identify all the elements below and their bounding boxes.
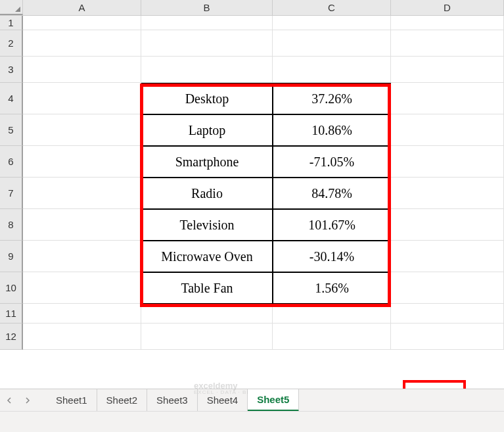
cell-D11[interactable] xyxy=(391,304,504,324)
col-header-B[interactable]: B xyxy=(141,0,273,15)
cell-B9[interactable]: Microwave Oven xyxy=(141,241,273,272)
tab-nav-next-icon[interactable] xyxy=(18,389,37,412)
row-header-10[interactable]: 10 xyxy=(0,272,23,304)
cell-D10[interactable] xyxy=(391,272,504,304)
sheet-tab-4[interactable]: Sheet4 xyxy=(198,389,248,412)
cell-D4[interactable] xyxy=(391,83,504,114)
cell-C12[interactable] xyxy=(273,324,391,350)
cell-D12[interactable] xyxy=(391,324,504,350)
cell-C5[interactable]: 10.86% xyxy=(273,114,391,146)
select-all-corner[interactable] xyxy=(0,0,23,15)
cell-A5[interactable] xyxy=(23,114,141,146)
cell-C4[interactable]: 37.26% xyxy=(273,83,391,114)
cell-B12[interactable] xyxy=(141,324,273,350)
cell-C1[interactable] xyxy=(273,16,391,30)
col-header-D[interactable]: D xyxy=(391,0,504,15)
status-bar xyxy=(0,411,504,432)
cell-D3[interactable] xyxy=(391,57,504,83)
cell-A7[interactable] xyxy=(23,178,141,209)
cell-B2[interactable] xyxy=(141,30,273,57)
cell-D9[interactable] xyxy=(391,241,504,272)
cell-A1[interactable] xyxy=(23,16,141,30)
sheet-tab-1[interactable]: Sheet1 xyxy=(47,389,97,412)
cell-D8[interactable] xyxy=(391,209,504,241)
cell-B7[interactable]: Radio xyxy=(141,178,273,209)
row-header-8[interactable]: 8 xyxy=(0,209,23,241)
cell-B6[interactable]: Smartphone xyxy=(141,146,273,178)
cell-A9[interactable] xyxy=(23,241,141,272)
cell-D6[interactable] xyxy=(391,146,504,178)
cell-D5[interactable] xyxy=(391,114,504,146)
cell-A10[interactable] xyxy=(23,272,141,304)
row-header-4[interactable]: 4 xyxy=(0,83,23,114)
grid-body: 1 2 3 4 Desktop 37.26% 5 Laptop 10.86% 6… xyxy=(0,16,504,350)
cell-A8[interactable] xyxy=(23,209,141,241)
col-header-A[interactable]: A xyxy=(23,0,141,15)
sheet-tab-3[interactable]: Sheet3 xyxy=(147,389,198,412)
cell-D1[interactable] xyxy=(391,16,504,30)
cell-B11[interactable] xyxy=(141,304,273,324)
cell-C9[interactable]: -30.14% xyxy=(273,241,391,272)
cell-A2[interactable] xyxy=(23,30,141,57)
sheet-tab-2[interactable]: Sheet2 xyxy=(97,389,148,412)
cell-B3[interactable] xyxy=(141,57,273,83)
cell-C7[interactable]: 84.78% xyxy=(273,178,391,209)
cell-C10[interactable]: 1.56% xyxy=(273,272,391,304)
sheet-tabs: Sheet1 Sheet2 Sheet3 Sheet4 Sheet5 xyxy=(47,389,299,412)
cell-D7[interactable] xyxy=(391,178,504,209)
cell-A11[interactable] xyxy=(23,304,141,324)
sheet-tab-5[interactable]: Sheet5 xyxy=(248,389,299,412)
cell-B4[interactable]: Desktop xyxy=(141,83,273,114)
cell-C11[interactable] xyxy=(273,304,391,324)
cell-A3[interactable] xyxy=(23,57,141,83)
row-header-6[interactable]: 6 xyxy=(0,146,23,178)
column-header-row: A B C D xyxy=(0,0,504,16)
tab-nav-prev-icon[interactable] xyxy=(0,389,18,412)
row-header-11[interactable]: 11 xyxy=(0,304,23,324)
cell-B10[interactable]: Table Fan xyxy=(141,272,273,304)
row-header-7[interactable]: 7 xyxy=(0,178,23,209)
cell-A12[interactable] xyxy=(23,324,141,350)
row-header-5[interactable]: 5 xyxy=(0,114,23,146)
row-header-1[interactable]: 1 xyxy=(0,16,23,30)
cell-C2[interactable] xyxy=(273,30,391,57)
cell-A6[interactable] xyxy=(23,146,141,178)
col-header-C[interactable]: C xyxy=(273,0,391,15)
cell-B5[interactable]: Laptop xyxy=(141,114,273,146)
cell-B1[interactable] xyxy=(141,16,273,30)
cell-A4[interactable] xyxy=(23,83,141,114)
cell-B8[interactable]: Television xyxy=(141,209,273,241)
row-header-2[interactable]: 2 xyxy=(0,30,23,57)
cell-D2[interactable] xyxy=(391,30,504,57)
cell-C8[interactable]: 101.67% xyxy=(273,209,391,241)
row-header-9[interactable]: 9 xyxy=(0,241,23,272)
cell-C6[interactable]: -71.05% xyxy=(273,146,391,178)
cell-C3[interactable] xyxy=(273,57,391,83)
row-header-3[interactable]: 3 xyxy=(0,57,23,83)
row-header-12[interactable]: 12 xyxy=(0,324,23,350)
sheet-tab-bar: Sheet1 Sheet2 Sheet3 Sheet4 Sheet5 xyxy=(0,389,504,411)
